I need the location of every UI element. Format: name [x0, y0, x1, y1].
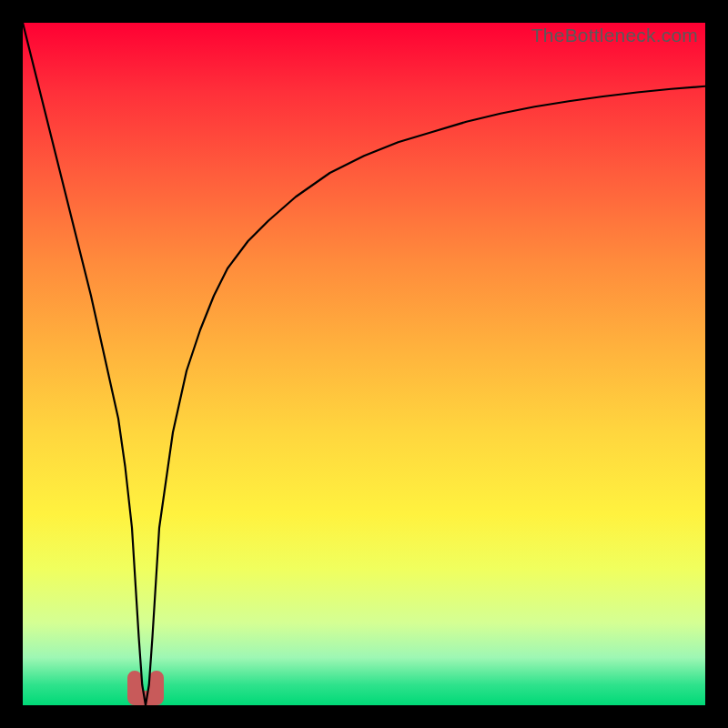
chart-stage: TheBottleneck.com — [0, 0, 728, 728]
plot-area: TheBottleneck.com — [23, 23, 705, 705]
bottleneck-curve — [23, 23, 705, 705]
bottleneck-plot-svg — [23, 23, 705, 705]
min-point-marker — [135, 678, 157, 698]
